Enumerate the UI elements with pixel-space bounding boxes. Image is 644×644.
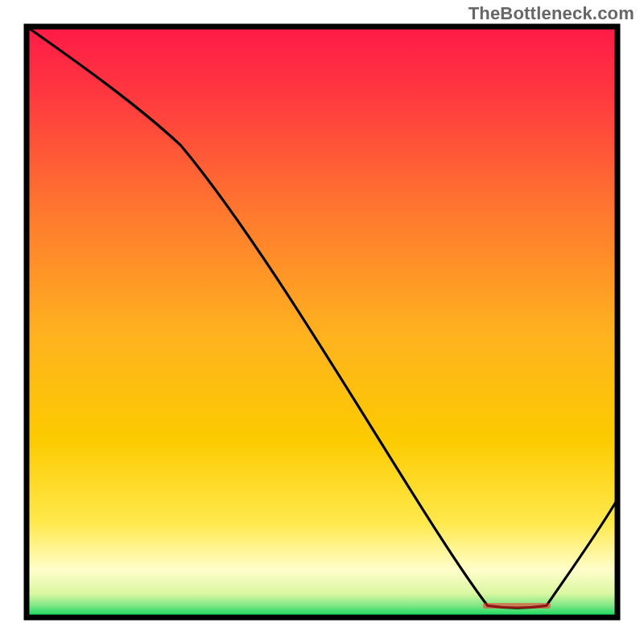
bottleneck-chart — [0, 0, 644, 644]
plot-area — [27, 27, 617, 617]
optimum-marker — [483, 603, 551, 609]
attribution-text: TheBottleneck.com — [469, 3, 634, 24]
gradient-background — [27, 27, 617, 617]
chart-container: TheBottleneck.com — [0, 0, 644, 644]
